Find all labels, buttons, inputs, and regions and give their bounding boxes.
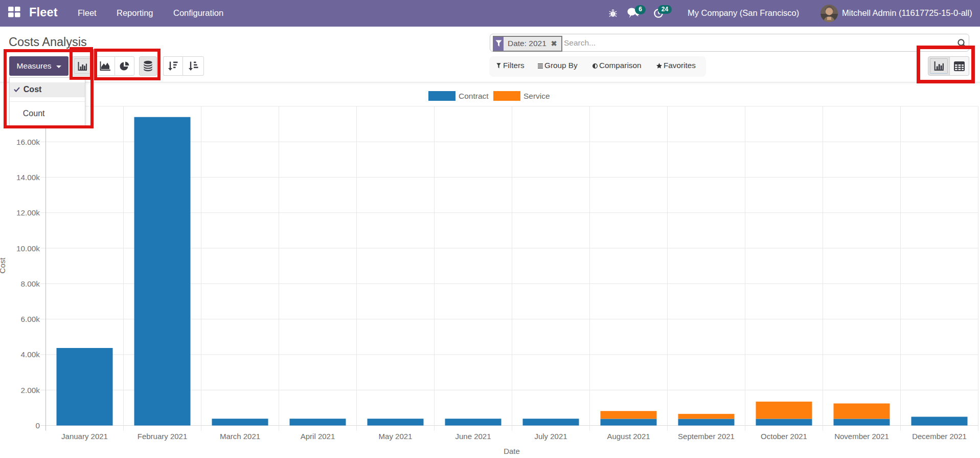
svg-text:Service: Service [523,92,550,100]
svg-text:2.00k: 2.00k [21,386,40,395]
svg-text:March 2021: March 2021 [220,432,260,441]
svg-text:10.00k: 10.00k [16,244,40,253]
svg-text:0: 0 [35,421,40,430]
svg-text:August 2021: August 2021 [607,432,650,441]
svg-text:January 2021: January 2021 [61,432,108,441]
svg-text:November 2021: November 2021 [834,432,889,441]
svg-text:14.00k: 14.00k [16,173,40,182]
svg-text:Contract: Contract [459,92,489,100]
svg-text:July 2021: July 2021 [534,432,567,441]
svg-text:4.00k: 4.00k [21,350,40,359]
svg-text:6.00k: 6.00k [21,315,40,323]
svg-text:April 2021: April 2021 [301,432,335,441]
svg-text:June 2021: June 2021 [455,432,491,441]
svg-text:September 2021: September 2021 [678,432,735,441]
svg-text:Cost: Cost [0,257,7,274]
svg-text:February 2021: February 2021 [138,432,188,441]
svg-text:16.00k: 16.00k [16,138,40,146]
svg-text:October 2021: October 2021 [761,432,807,441]
svg-text:12.00k: 12.00k [16,208,40,217]
svg-text:Date: Date [504,447,520,455]
svg-text:8.00k: 8.00k [21,279,40,288]
svg-text:December 2021: December 2021 [912,432,967,441]
svg-text:May 2021: May 2021 [379,432,413,441]
